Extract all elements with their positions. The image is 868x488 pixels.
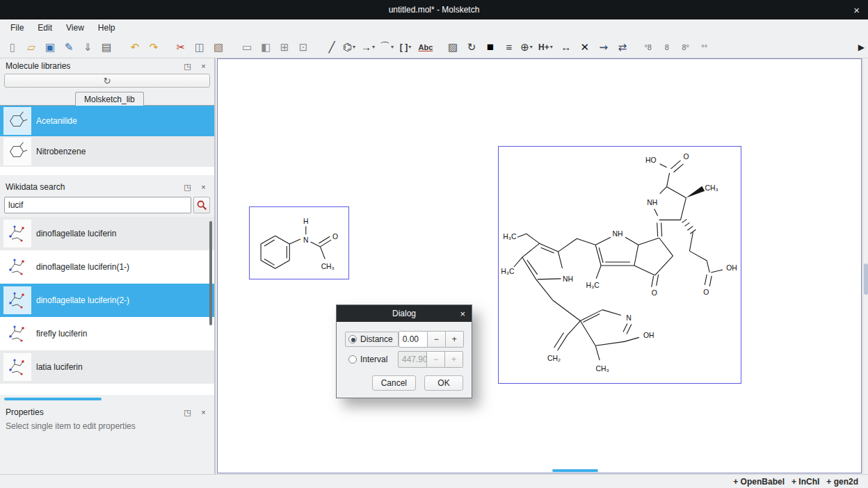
distance-row: Distance 0.00 − + <box>345 331 463 348</box>
print-file[interactable]: ▤ <box>98 39 115 56</box>
menu-item[interactable]: Edit <box>31 21 58 35</box>
insert-tool-3[interactable]: ⊞ <box>276 39 293 56</box>
dialog-close-icon[interactable]: × <box>460 305 465 322</box>
scrollbar-handle[interactable] <box>864 263 868 295</box>
undo[interactable]: ↶ <box>127 39 143 56</box>
insert-tool-2[interactable]: ◧ <box>257 39 274 56</box>
chem-tool-3[interactable]: 8° <box>677 39 694 56</box>
distance-spin-value[interactable]: 0.00 <box>399 331 428 348</box>
chem-tool-1[interactable]: °8 <box>640 39 657 56</box>
ok-button[interactable]: OK <box>424 375 463 391</box>
text-tool[interactable]: Abc <box>417 39 434 56</box>
ring-tool[interactable]: ⌬ ▾ <box>342 39 359 56</box>
insert-tool-4[interactable]: ⊡ <box>295 39 312 56</box>
library-item[interactable]: Acetanilide <box>0 106 214 136</box>
selection-box-luciferin[interactable]: HOONHCH₃H₃CNHH₃CNHH₃COOHONOHCH₃CH₂ <box>498 146 741 384</box>
interval-increment-button[interactable]: + <box>445 351 463 368</box>
tab-molsketch-lib[interactable]: Molsketch_lib <box>75 92 144 106</box>
rotate-tool[interactable]: ↻ <box>463 39 480 56</box>
library-item[interactable]: Nitrobenzene <box>0 136 214 167</box>
paste[interactable]: ▧ <box>210 39 227 56</box>
menu-item[interactable]: View <box>60 21 90 35</box>
wikidata-result-item[interactable]: dinoflagellate luciferin(1-) <box>0 250 214 284</box>
left-dock: Molecule libraries ◳ × ↻ Molsketch_lib A… <box>0 58 216 474</box>
wikidata-search-input[interactable] <box>4 197 191 213</box>
wikidata-result-item[interactable]: firefly luciferin <box>0 317 214 350</box>
window-titlebar[interactable]: untitled.mol* - Molsketch × <box>0 0 868 19</box>
save-as-file[interactable]: ✎ <box>61 39 77 56</box>
interval-radio[interactable] <box>348 355 357 364</box>
distance-label[interactable]: Distance <box>360 334 393 344</box>
reaction-arrow-tool[interactable]: ⇄ <box>614 39 631 56</box>
canvas-horizontal-scrollbar[interactable] <box>552 469 598 472</box>
canvas[interactable]: HNOCH₃ <box>217 58 862 473</box>
hydrogen-tool[interactable]: H+ ▾ <box>538 39 556 56</box>
insert-tool-1[interactable]: ▭ <box>239 39 255 56</box>
chem-tool-4[interactable]: °° <box>696 39 713 56</box>
hatch-tool[interactable]: ▨ <box>444 39 461 56</box>
molecule-thumbnail <box>3 320 31 348</box>
interval-spin-value[interactable]: 447.90 <box>398 351 427 368</box>
dropdown-caret-icon[interactable]: ▾ <box>550 44 556 50</box>
redo[interactable]: ↷ <box>145 39 162 56</box>
open-file[interactable]: ▱ <box>23 39 40 56</box>
distance-increment-button[interactable]: + <box>446 331 464 348</box>
new-file[interactable]: ▯ <box>4 39 21 56</box>
distance-decrement-button[interactable]: − <box>428 331 446 348</box>
window-close-icon[interactable]: × <box>853 0 860 19</box>
wikidata-search-button[interactable] <box>193 197 210 213</box>
save-file[interactable]: ▣ <box>42 39 58 56</box>
arrow-tool[interactable]: → ▾ <box>361 39 378 56</box>
chem-tool-2[interactable]: 8 <box>659 39 675 56</box>
svg-text:NH: NH <box>612 230 622 238</box>
close-panel-icon[interactable]: × <box>198 408 209 416</box>
molecule-thumbnail <box>3 286 31 314</box>
wikidata-result-item[interactable]: dinoflagellate luciferin <box>0 217 214 250</box>
line-width-tool[interactable]: ≡ <box>501 39 517 56</box>
scrollbar-handle[interactable] <box>4 398 102 400</box>
electron-flow-tool[interactable]: ⇝ <box>595 39 612 56</box>
menu-item[interactable]: File <box>4 21 30 35</box>
delete-tool[interactable]: ✕ <box>577 39 593 56</box>
wikidata-result-item[interactable]: dinoflagellate luciferin(2-) <box>0 284 214 317</box>
export-file[interactable]: ⇓ <box>79 39 96 56</box>
selection-box-acetanilide[interactable]: HNOCH₃ <box>249 206 349 279</box>
dialog-titlebar[interactable]: Dialog × <box>337 305 472 322</box>
close-panel-icon[interactable]: × <box>198 183 209 191</box>
wikidata-list-scrollbar[interactable] <box>209 221 212 325</box>
interval-radio-group[interactable]: Interval <box>345 352 393 367</box>
float-panel-icon[interactable]: ◳ <box>182 183 193 192</box>
libraries-panel-title: Molecule libraries <box>6 61 177 71</box>
cut[interactable]: ✂ <box>172 39 189 56</box>
bracket-tool[interactable]: [ ] ▾ <box>399 39 415 56</box>
close-panel-icon[interactable]: × <box>198 62 209 70</box>
dropdown-caret-icon[interactable]: ▾ <box>353 44 358 50</box>
float-panel-icon[interactable]: ◳ <box>182 408 193 417</box>
mechanism-arrow-tool[interactable]: ↔ <box>558 39 574 56</box>
dropdown-caret-icon[interactable]: ▾ <box>408 44 414 50</box>
charge-tool[interactable]: ⊕ ▾ <box>520 39 536 56</box>
wikidata-horizontal-scrollbar[interactable] <box>0 397 214 401</box>
dropdown-caret-icon[interactable]: ▾ <box>530 44 536 50</box>
interval-label[interactable]: Interval <box>360 355 387 364</box>
toolbar-overflow-icon[interactable]: ▶ <box>858 42 865 52</box>
dropdown-caret-icon[interactable]: ▾ <box>372 44 378 50</box>
refresh-library-button[interactable]: ↻ <box>4 74 210 88</box>
canvas-vertical-scrollbar[interactable] <box>862 58 868 473</box>
distance-radio-group[interactable]: Distance <box>345 332 399 347</box>
molecule-thumbnail <box>3 138 31 165</box>
interval-decrement-button[interactable]: − <box>427 351 445 368</box>
float-panel-icon[interactable]: ◳ <box>182 62 193 71</box>
copy[interactable]: ◫ <box>191 39 208 56</box>
distance-radio[interactable] <box>348 335 357 343</box>
wikidata-result-item[interactable]: latia luciferin <box>0 350 214 384</box>
color-tool[interactable]: ■ <box>482 39 499 56</box>
search-icon <box>195 199 208 211</box>
cancel-button[interactable]: Cancel <box>372 375 416 391</box>
wikidata-result-label: dinoflagellate luciferin(1-) <box>36 262 129 272</box>
curved-arrow-tool[interactable]: ⌒ ▾ <box>380 39 396 56</box>
dropdown-caret-icon[interactable]: ▾ <box>391 44 396 50</box>
distance-spinbox: 0.00 − + <box>399 331 464 348</box>
draw-bond-tool[interactable]: ╱ <box>323 39 340 56</box>
menu-item[interactable]: Help <box>92 21 122 35</box>
